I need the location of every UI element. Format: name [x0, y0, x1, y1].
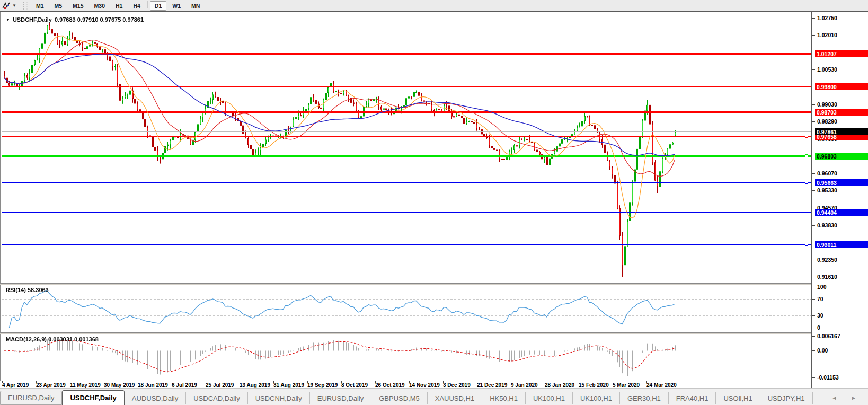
rsi-canvas[interactable]: [2, 285, 811, 332]
date-label: 25 Jul 2019: [206, 382, 234, 388]
price-tick-label: 0.93830: [817, 222, 837, 228]
date-label: 15 Feb 2020: [579, 382, 609, 388]
hline-price-badge: 0.99800: [815, 83, 868, 90]
current-price-badge: 0.97861: [815, 128, 868, 135]
rsi-tick: [812, 299, 815, 300]
date-label: 4 Apr 2019: [2, 382, 29, 388]
tab-scroll-arrows[interactable]: ◄ ►: [831, 395, 863, 401]
date-label: 5 Mar 2020: [613, 382, 640, 388]
chart-tab-eurusd-daily[interactable]: EURUSD,Daily: [0, 391, 62, 405]
date-label: 3 Dec 2019: [443, 382, 471, 388]
chart-tab-fra40-h1[interactable]: FRA40,H1: [669, 392, 716, 404]
macd-canvas[interactable]: [2, 334, 811, 381]
chart-title: ▼ USDCHF,Daily 0.97683 0.97910 0.97675 0…: [6, 16, 144, 23]
price-tick: [812, 173, 815, 174]
date-label: 26 Oct 2019: [375, 382, 405, 388]
price-tick: [812, 208, 815, 208]
date-label: 24 Mar 2020: [646, 382, 677, 388]
time-scale[interactable]: 4 Apr 201923 Apr 201911 May 201930 May 2…: [0, 381, 811, 389]
ohlc-values: 0.97683 0.97910 0.97675 0.97861: [55, 16, 144, 23]
date-label: 23 Apr 2019: [36, 382, 66, 388]
price-tick-label: 1.00530: [817, 66, 837, 73]
chevron-down-icon: ▼: [12, 3, 16, 8]
price-tick: [812, 225, 815, 226]
price-tick: [812, 69, 815, 70]
rsi-tick: [812, 287, 815, 287]
hline-price-badge: 0.94404: [815, 209, 868, 216]
macd-tick-label: 0.006167: [817, 333, 840, 339]
date-label: 14 Nov 2019: [409, 382, 440, 388]
chart-tab-eurusd-daily[interactable]: EURUSD,Daily: [310, 392, 371, 404]
chart-tab-bar: EURUSD,DailyUSDCHF,DailyAUDUSD,DailyUSDC…: [0, 388, 868, 405]
timeframe-button-m15[interactable]: M15: [68, 1, 88, 11]
date-label: 30 May 2019: [104, 382, 135, 388]
price-tick-label: 0.98290: [817, 118, 837, 125]
date-label: 6 Jul 2019: [172, 382, 197, 388]
chart-tab-usdcnh-daily[interactable]: USDCNH,Daily: [248, 392, 310, 404]
timeframe-button-m1[interactable]: M1: [31, 1, 49, 11]
macd-tick-label: 0.00: [817, 347, 828, 354]
price-tick-label: 1.02010: [817, 32, 837, 38]
main-chart-canvas[interactable]: [2, 14, 811, 283]
timeframe-button-group: M1M5M15M30H1H4D1W1MN: [31, 1, 205, 11]
chart-tab-usdchf-daily[interactable]: USDCHF,Daily: [62, 390, 124, 405]
date-label: 18 Jun 2019: [138, 382, 168, 388]
rsi-tick-label: 30: [817, 312, 823, 319]
price-tick-label: 0.92350: [817, 257, 837, 263]
rsi-tick-label: 100: [817, 284, 827, 290]
timeframe-button-w1[interactable]: W1: [167, 1, 185, 11]
toolbar-grip[interactable]: [23, 2, 28, 10]
chart-tab-usoil-h1[interactable]: USOil,H1: [716, 392, 760, 404]
timeframe-button-d1[interactable]: D1: [150, 1, 166, 11]
timeframe-button-h1[interactable]: H1: [111, 1, 127, 11]
date-label: 11 May 2019: [70, 382, 101, 388]
price-tick: [812, 260, 815, 260]
timeframe-button-mn[interactable]: MN: [187, 1, 205, 11]
chart-window: ▼ USDCHF,Daily 0.97683 0.97910 0.97675 0…: [0, 11, 868, 388]
date-label: 28 Jan 2020: [545, 382, 574, 388]
price-tick: [812, 18, 815, 19]
chart-tab-xauusd-h1[interactable]: XAUUSD,H1: [428, 392, 482, 404]
macd-pane[interactable]: MACD(12,26,9) 0.003031 0.001368: [2, 334, 811, 381]
rsi-pane[interactable]: RSI(14) 58.3063: [2, 285, 811, 332]
chart-tab-gbpusd-m5[interactable]: GBPUSD,M5: [371, 392, 428, 404]
rsi-tick: [812, 315, 815, 316]
rsi-tick-label: 70: [817, 296, 823, 302]
drawing-tool-button[interactable]: ▼: [0, 2, 19, 10]
chart-tab-ger30-h1[interactable]: GER30,H1: [620, 392, 669, 404]
chart-tab-hk50-h1[interactable]: HK50,H1: [482, 392, 526, 404]
toolbar-separator: [147, 1, 148, 8]
timeframe-button-h4[interactable]: H4: [128, 1, 145, 11]
macd-tick-label: -0.01153: [817, 374, 839, 381]
macd-tick: [812, 377, 815, 378]
timeframe-button-m5[interactable]: M5: [50, 1, 67, 11]
hline-price-badge: 0.98703: [815, 109, 868, 116]
price-tick-label: 0.95330: [817, 187, 837, 193]
chart-tab-usdjpy-h1[interactable]: USDJPY,H1: [760, 392, 813, 404]
collapse-triangle-icon: ▼: [6, 17, 10, 22]
chart-tab-audusd-daily[interactable]: AUDUSD,Daily: [125, 392, 186, 404]
date-label: 8 Oct 2019: [341, 382, 368, 388]
crosshair-tool-icon: [2, 2, 11, 10]
timeframe-button-m30[interactable]: M30: [90, 1, 110, 11]
chart-tab-uk100-h1[interactable]: UK100,H1: [573, 392, 620, 404]
price-tick-label: 0.99030: [817, 101, 837, 108]
top-toolbar: ▼ M1M5M15M30H1H4D1W1MN: [0, 0, 868, 12]
hline-price-badge: 0.96803: [815, 153, 868, 160]
macd-tick: [812, 336, 815, 337]
macd-label: MACD(12,26,9) 0.003031 0.001368: [6, 336, 99, 342]
price-tick: [812, 277, 815, 277]
date-label: 19 Sep 2019: [307, 382, 338, 388]
date-label: 9 Jan 2020: [511, 382, 538, 388]
price-pane[interactable]: ▼ USDCHF,Daily 0.97683 0.97910 0.97675 0…: [2, 14, 811, 283]
price-tick: [812, 35, 815, 36]
rsi-tick: [812, 328, 815, 328]
price-tick-label: 0.91610: [817, 274, 837, 280]
price-tick: [812, 121, 815, 122]
chart-tab-usdcad-daily[interactable]: USDCAD,Daily: [186, 392, 247, 404]
date-label: 21 Dec 2019: [477, 382, 507, 388]
chart-tab-uk100-h1[interactable]: UK100,H1: [526, 392, 573, 404]
price-scale[interactable]: 1.027501.020101.005300.990300.982900.975…: [811, 12, 868, 389]
date-label: 31 Aug 2019: [273, 382, 304, 388]
symbol-period-label: USDCHF,Daily: [13, 16, 52, 23]
